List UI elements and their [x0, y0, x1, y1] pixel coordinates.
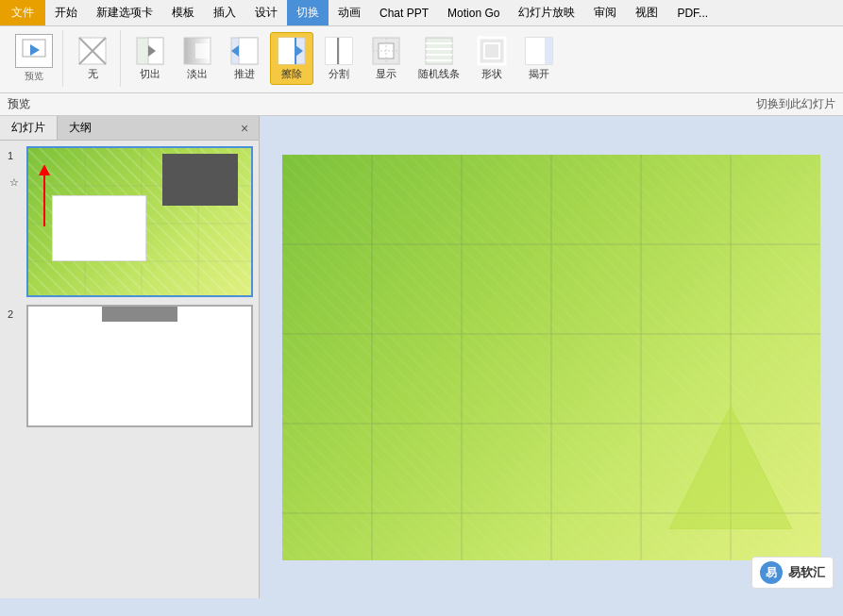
menu-item-design[interactable]: 设计 [245, 0, 287, 25]
slide-panel: 幻灯片 大纲 × 1 ☆ [0, 116, 260, 598]
transition-fadeout-button[interactable]: 淡出 [176, 32, 219, 85]
menu-item-template[interactable]: 模板 [162, 0, 204, 25]
push-label: 推进 [234, 67, 255, 81]
menu-bar: 文件 开始 新建选项卡 模板 插入 设计 切换 动画 Chat PPT Moti… [0, 0, 843, 26]
transition-wipe-button[interactable]: 擦除 [270, 32, 313, 85]
watermark-logo: 易 [760, 561, 783, 584]
menu-item-slideshow[interactable]: 幻灯片放映 [509, 0, 584, 25]
transition-none-button[interactable]: 无 [71, 32, 114, 85]
shape-icon [477, 36, 507, 66]
main-area: 幻灯片 大纲 × 1 ☆ [0, 116, 843, 598]
push-icon [229, 36, 260, 66]
svg-rect-19 [340, 38, 352, 64]
preview-bar: 预览 切换到此幻灯片 [0, 93, 843, 116]
menu-item-newtab[interactable]: 新建选项卡 [87, 0, 162, 25]
file-label: 文件 [11, 5, 34, 21]
wipe-icon [277, 36, 307, 66]
display-icon [371, 36, 401, 66]
watermark-text: 易软汇 [788, 564, 825, 581]
transitions-group: 切出 淡出 [123, 30, 566, 87]
svg-rect-18 [326, 38, 338, 64]
panel-close-button[interactable]: × [236, 120, 253, 137]
display-label: 显示 [376, 67, 396, 81]
slide-item-2[interactable]: 2 [6, 305, 253, 427]
split-label: 分割 [329, 67, 349, 81]
menu-item-switch[interactable]: 切换 [287, 0, 329, 25]
annotation-arrow [34, 165, 55, 234]
preview-group: 预览 [6, 30, 63, 87]
slide-panel-tabs: 幻灯片 大纲 × [0, 116, 259, 141]
none-label: 无 [88, 67, 98, 81]
menu-item-review[interactable]: 审阅 [584, 0, 626, 25]
svg-rect-30 [479, 38, 505, 64]
menu-item-home[interactable]: 开始 [45, 0, 87, 25]
menu-item-file[interactable]: 文件 [0, 0, 45, 25]
preview-label: 预览 [25, 70, 43, 83]
menu-item-insert[interactable]: 插入 [204, 0, 245, 25]
menu-item-motiongo[interactable]: Motion Go [438, 0, 509, 25]
cut-label: 切出 [140, 67, 160, 81]
main-canvas: 易 易软汇 [260, 116, 843, 598]
slide-dark-rect-1 [162, 154, 238, 206]
watermark: 易 易软汇 [751, 557, 834, 589]
slide-canvas[interactable] [282, 155, 820, 560]
tab-outline[interactable]: 大纲 [58, 116, 103, 140]
ribbon: 预览 无 [0, 26, 843, 93]
wipe-label: 擦除 [281, 67, 302, 81]
svg-rect-34 [526, 38, 545, 64]
slide-thumb-1[interactable] [26, 146, 253, 297]
menu-item-chatppt[interactable]: Chat PPT [370, 0, 438, 25]
slide-number-2: 2 [8, 308, 21, 320]
canvas-triangle-deco [669, 407, 792, 532]
slide-white-rect-1 [52, 195, 146, 261]
transition-push-button[interactable]: 推进 [223, 32, 266, 85]
svg-rect-9 [195, 43, 209, 58]
fadeout-label: 淡出 [187, 67, 208, 81]
preview-bar-label: 预览 [8, 96, 30, 112]
menu-item-view[interactable]: 视图 [626, 0, 667, 25]
preview-icon [21, 38, 47, 64]
transition-none-group: 无 [65, 30, 121, 87]
slide-star-1: ☆ [9, 176, 19, 189]
svg-marker-35 [545, 38, 552, 64]
tab-slides[interactable]: 幻灯片 [0, 116, 58, 140]
reveal-label: 揭开 [529, 67, 549, 81]
menu-item-pdf[interactable]: PDF... [667, 0, 717, 25]
transition-cut-button[interactable]: 切出 [128, 32, 172, 85]
svg-rect-14 [278, 38, 295, 64]
transition-shape-button[interactable]: 形状 [470, 32, 514, 85]
transition-random-button[interactable]: 随机线条 [412, 32, 466, 85]
transition-split-button[interactable]: 分割 [317, 32, 361, 85]
reveal-icon [524, 36, 554, 66]
slides-list: 1 ☆ [0, 141, 259, 598]
svg-marker-53 [669, 407, 792, 529]
slide-number-1: 1 [8, 150, 21, 161]
random-icon [424, 36, 454, 66]
none-icon [77, 36, 108, 66]
transition-display-button[interactable]: 显示 [364, 32, 408, 85]
slide-item-1[interactable]: 1 ☆ [6, 146, 253, 297]
slide-thumb-2[interactable] [26, 305, 253, 427]
svg-rect-11 [239, 38, 258, 64]
random-label: 随机线条 [418, 67, 460, 81]
shape-label: 形状 [481, 67, 502, 81]
menu-item-animation[interactable]: 动画 [329, 0, 370, 25]
transition-reveal-button[interactable]: 揭开 [517, 32, 561, 85]
slide-dark-rect-2 [102, 307, 177, 322]
split-icon [324, 36, 354, 66]
fadeout-icon [182, 36, 212, 66]
cut-icon [135, 36, 165, 66]
switch-slide-label: 切换到此幻灯片 [756, 96, 835, 112]
preview-button[interactable] [15, 34, 53, 68]
